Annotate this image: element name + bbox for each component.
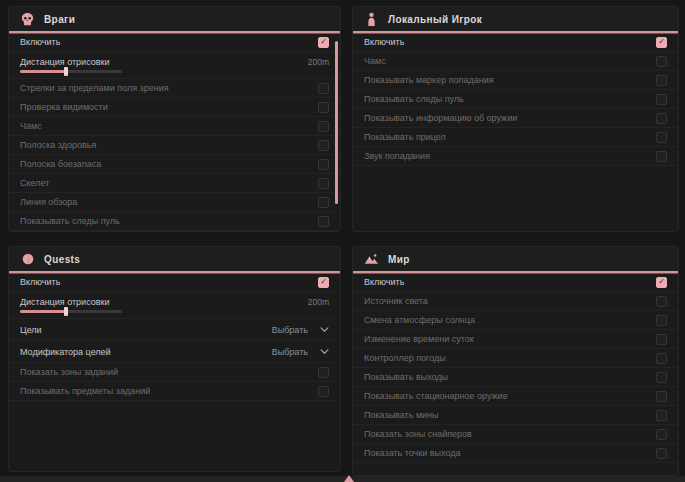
row-sniper-zones[interactable]: Показать зоны снайперов	[353, 425, 678, 444]
row-health-bar[interactable]: Полоска здоровья	[9, 136, 340, 155]
setting-label: Показывать стационарное оружие	[364, 391, 508, 401]
panel-quests-header: Quests	[9, 247, 340, 273]
row-exit-points[interactable]: Показать точки выхода	[353, 444, 678, 463]
row-bullet-traces[interactable]: Показывать следы пуль	[353, 90, 678, 109]
checkbox-stationary-weapons[interactable]	[656, 391, 667, 402]
row-weapon-info[interactable]: Показывать информацию об оружии	[353, 109, 678, 128]
checkbox-checked[interactable]: ✓	[318, 277, 329, 288]
checkbox-crosshair[interactable]	[656, 132, 667, 143]
setting-label: Показывать выходы	[364, 372, 448, 382]
checkbox-health-bar[interactable]	[318, 140, 329, 151]
slider-value: 200m	[308, 57, 329, 67]
slider-thumb[interactable]	[64, 67, 68, 76]
row-enable[interactable]: Включить✓	[353, 33, 678, 52]
panel-enemies-body: Включить✓Дистанция отрисовки200mСтрелки …	[9, 33, 340, 231]
dropdown-objective-modifiers[interactable]: Выбрать	[272, 347, 329, 357]
checkbox-skeleton[interactable]	[318, 178, 329, 189]
checkbox-chams[interactable]	[656, 56, 667, 67]
row-mines[interactable]: Показывать мины	[353, 406, 678, 425]
row-skeleton[interactable]: Скелет	[9, 174, 340, 193]
row-offscreen-arrows[interactable]: Стрелки за пределами поля зрения	[9, 79, 340, 98]
panel-local-player-body: Включить✓ЧамсПоказывать маркер попадания…	[353, 33, 678, 166]
row-stationary-weapons[interactable]: Показывать стационарное оружие	[353, 387, 678, 406]
person-icon	[364, 12, 379, 27]
row-light-source[interactable]: Источник света	[353, 292, 678, 311]
row-hit-marker[interactable]: Показывать маркер попадания	[353, 71, 678, 90]
setting-label: Показать зоны снайперов	[364, 429, 472, 439]
dropdown-objectives[interactable]: Выбрать	[272, 325, 329, 335]
panel-title: Мир	[388, 254, 410, 265]
checkbox-mines[interactable]	[656, 410, 667, 421]
checkbox-time-change[interactable]	[656, 334, 667, 345]
row-objectives[interactable]: ЦелиВыбрать	[9, 319, 340, 341]
checkbox-exits[interactable]	[656, 372, 667, 383]
row-sun-atmosphere[interactable]: Смена атмосферы солнца	[353, 311, 678, 330]
checkbox-light-source[interactable]	[656, 296, 667, 307]
setting-label: Изменение времени суток	[364, 334, 474, 344]
panel-local-player-header: Локальный Игрок	[353, 7, 678, 33]
row-enable[interactable]: Включить✓	[353, 273, 678, 292]
row-weather-controller[interactable]: Контроллер погоды	[353, 349, 678, 368]
row-visibility-check[interactable]: Проверка видимости	[9, 98, 340, 117]
row-exits[interactable]: Показывать выходы	[353, 368, 678, 387]
checkbox-visibility-check[interactable]	[318, 102, 329, 113]
row-crosshair[interactable]: Показывать прицел	[353, 128, 678, 147]
row-hit-sound[interactable]: Звук попадания	[353, 147, 678, 166]
checkbox-bullet-traces[interactable]	[656, 94, 667, 105]
checkbox-line-of-sight[interactable]	[318, 197, 329, 208]
panel-quests-body: Включить✓Дистанция отрисовки200mЦелиВыбр…	[9, 273, 340, 401]
setting-label: Скелет	[20, 178, 49, 188]
row-quest-zones[interactable]: Показать зоны заданий	[9, 363, 340, 382]
setting-label: Чамс	[364, 56, 386, 66]
setting-label: Включить	[364, 277, 404, 287]
cheat-menu-overlay: { "accent_color": "#d49398", "checkbox_c…	[0, 0, 685, 482]
row-enable[interactable]: Включить✓	[9, 33, 340, 52]
setting-label: Дистанция отрисовки	[20, 57, 110, 67]
row-chams[interactable]: Чамс	[9, 117, 340, 136]
row-draw-distance[interactable]: Дистанция отрисовки200m	[9, 292, 340, 319]
checkbox-chams[interactable]	[318, 121, 329, 132]
checkbox-ammo-bar[interactable]	[318, 159, 329, 170]
panel-title: Враги	[44, 14, 75, 25]
panel-enemies: Враги Включить✓Дистанция отрисовки200mСт…	[8, 6, 341, 232]
row-chams[interactable]: Чамс	[353, 52, 678, 71]
scrollbar[interactable]	[335, 41, 338, 204]
row-bullet-traces[interactable]: Показывать следы пуль	[9, 212, 340, 231]
slider-thumb[interactable]	[64, 307, 68, 316]
row-objective-modifiers[interactable]: Модификатора целейВыбрать	[9, 341, 340, 363]
checkbox-hit-sound[interactable]	[656, 151, 667, 162]
checkbox-checked[interactable]: ✓	[656, 37, 667, 48]
checkbox-bullet-traces[interactable]	[318, 216, 329, 227]
checkbox-offscreen-arrows[interactable]	[318, 83, 329, 94]
skull-icon	[20, 12, 35, 27]
slider-track[interactable]	[20, 310, 122, 313]
slider-line: Дистанция отрисовки200m	[20, 57, 329, 67]
checkbox-hit-marker[interactable]	[656, 75, 667, 86]
checkbox-quest-items[interactable]	[318, 386, 329, 397]
quest-circle-icon	[20, 252, 35, 267]
checkbox-sun-atmosphere[interactable]	[656, 315, 667, 326]
checkbox-weather-controller[interactable]	[656, 353, 667, 364]
setting-label: Показывать маркер попадания	[364, 75, 494, 85]
checkbox-weapon-info[interactable]	[656, 113, 667, 124]
row-time-change[interactable]: Изменение времени суток	[353, 330, 678, 349]
resize-handle-icon[interactable]	[344, 475, 354, 482]
row-enable[interactable]: Включить✓	[9, 273, 340, 292]
slider-fill	[20, 70, 66, 73]
checkbox-checked[interactable]: ✓	[656, 277, 667, 288]
slider-track[interactable]	[20, 70, 122, 73]
setting-label: Включить	[364, 37, 404, 47]
panel-world-header: Мир	[353, 247, 678, 273]
row-ammo-bar[interactable]: Полоска боезапаса	[9, 155, 340, 174]
checkbox-checked[interactable]: ✓	[318, 37, 329, 48]
dropdown-value: Выбрать	[272, 325, 308, 335]
row-quest-items[interactable]: Показывать предметы заданий	[9, 382, 340, 401]
checkbox-exit-points[interactable]	[656, 448, 667, 459]
checkbox-quest-zones[interactable]	[318, 367, 329, 378]
checkbox-sniper-zones[interactable]	[656, 429, 667, 440]
row-draw-distance[interactable]: Дистанция отрисовки200m	[9, 52, 340, 79]
setting-label: Линия обзора	[20, 197, 77, 207]
row-line-of-sight[interactable]: Линия обзора	[9, 193, 340, 212]
panel-world: Мир Включить✓Источник светаСмена атмосфе…	[352, 246, 679, 476]
panel-local-player: Локальный Игрок Включить✓ЧамсПоказывать …	[352, 6, 679, 232]
